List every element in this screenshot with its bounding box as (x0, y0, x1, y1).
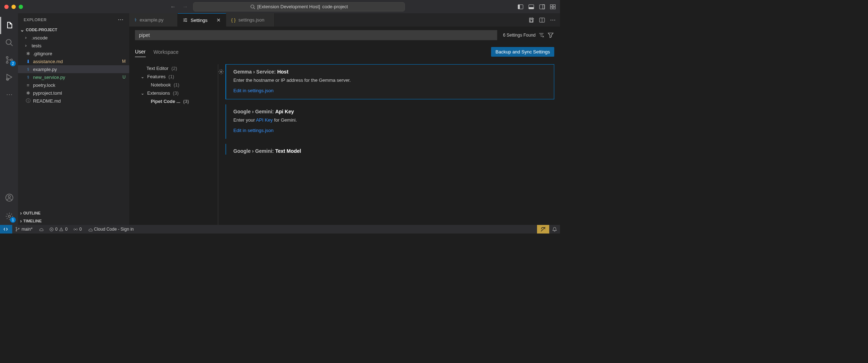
bell-icon (552, 227, 557, 232)
sidebar-bottom-sections: › OUTLINE › TIMELINE (18, 209, 129, 225)
settings-search-input[interactable] (135, 30, 497, 40)
activity-explorer[interactable] (0, 17, 18, 34)
close-icon[interactable]: ✕ (216, 17, 221, 23)
svg-point-19 (8, 195, 10, 198)
sliders-icon (183, 18, 188, 23)
scope-tab-workspace[interactable]: Workspace (154, 47, 179, 57)
setting-title: Gemma › Service: Host (233, 69, 548, 75)
filter-icon[interactable] (548, 32, 554, 38)
explorer-project-header[interactable]: ⌄ CODE-PROJECT (18, 26, 129, 34)
setting-google-gemini-text-model[interactable]: Google › Gemini: Text Model (225, 144, 554, 155)
svg-point-24 (184, 20, 185, 21)
toc-extensions[interactable]: ⌄ Extensions (3) (135, 89, 215, 97)
settings-badge: 1 (10, 217, 16, 223)
customize-layout-icon[interactable] (550, 4, 556, 10)
file-new-service-py[interactable]: ⚕ new_service.py U (18, 73, 129, 81)
status-notifications[interactable] (549, 225, 560, 234)
file-assistance-md[interactable]: ⬇ assistance.md M (18, 57, 129, 65)
svg-rect-6 (540, 5, 545, 9)
timeline-header[interactable]: › TIMELINE (18, 217, 129, 225)
python-icon: ⚕ (134, 17, 137, 23)
toggle-primary-sidebar-icon[interactable] (518, 4, 523, 10)
explorer-tree: ⌄ CODE-PROJECT › .vscode › tests ✱ .giti… (18, 26, 129, 209)
file-gitignore[interactable]: ✱ .gitignore (18, 50, 129, 57)
gear-icon: ✱ (25, 51, 31, 56)
file-status-untracked: U (122, 75, 126, 80)
activity-run-debug[interactable] (1, 69, 18, 86)
tab-settings-json[interactable]: { } settings.json (226, 13, 275, 27)
edit-in-settings-json-link[interactable]: Edit in settings.json (233, 128, 274, 133)
edit-in-settings-json-link[interactable]: Edit in settings.json (233, 88, 274, 93)
setting-google-gemini-api-key[interactable]: Google › Gemini: Api Key Enter your API … (225, 104, 554, 139)
toc-features[interactable]: ⌄ Features (1) (135, 72, 215, 81)
scope-tab-user[interactable]: User (135, 47, 146, 57)
toc-count: (1) (174, 82, 179, 88)
gear-icon: ✱ (25, 90, 31, 96)
status-copilot-disabled[interactable] (537, 225, 549, 234)
toggle-secondary-sidebar-icon[interactable] (539, 4, 545, 10)
window-controls (4, 5, 23, 9)
folder-tests[interactable]: › tests (18, 42, 129, 50)
activity-more[interactable]: ⋯ (1, 86, 18, 103)
nav-back-icon[interactable]: ← (170, 4, 176, 10)
status-ports[interactable]: 0 (70, 227, 85, 232)
tab-label: Settings (191, 18, 207, 23)
file-label: poetry.lock (33, 82, 55, 88)
backup-sync-button[interactable]: Backup and Sync Settings (491, 47, 554, 57)
file-example-py[interactable]: ⚕ example.py (18, 65, 129, 73)
setting-description: Enter your API Key for Gemini. (233, 117, 549, 123)
status-cloud-code[interactable]: Cloud Code - Sign in (85, 227, 137, 232)
sidebar-title: EXPLORER (24, 18, 47, 22)
close-window-button[interactable] (4, 5, 9, 9)
tabbar-actions: ⋯ (528, 13, 560, 27)
tab-example-py[interactable]: ⚕ example.py (129, 13, 178, 27)
toc-text-editor[interactable]: Text Editor (2) (135, 64, 215, 72)
clear-search-icon[interactable] (538, 32, 545, 38)
activity-source-control[interactable]: 2 (1, 51, 18, 69)
file-readme-md[interactable]: ⓘ README.md (18, 97, 129, 105)
activitybar: 2 ⋯ 1 (0, 13, 18, 225)
outline-header[interactable]: › OUTLINE (18, 209, 129, 217)
toc-label: Features (147, 74, 165, 79)
api-key-link[interactable]: API Key (256, 117, 273, 123)
file-poetry-lock[interactable]: ≡ poetry.lock (18, 81, 129, 89)
debug-icon (5, 73, 14, 81)
folder-vscode[interactable]: › .vscode (18, 34, 129, 42)
ports-count: 0 (79, 227, 82, 232)
tab-settings[interactable]: Settings ✕ (178, 13, 226, 27)
sidebar-more-icon[interactable]: ⋯ (118, 16, 124, 23)
timeline-label: TIMELINE (23, 219, 42, 223)
gear-icon[interactable] (218, 69, 224, 75)
chevron-down-icon: ⌄ (141, 74, 146, 79)
minimize-window-button[interactable] (11, 5, 16, 9)
python-icon: ⚕ (25, 67, 31, 72)
activity-settings[interactable]: 1 (1, 208, 18, 225)
statusbar-right (537, 225, 560, 234)
setting-title: Google › Gemini: Api Key (233, 109, 549, 114)
status-problems[interactable]: 0 0 (46, 227, 70, 232)
setting-gemma-service-host[interactable]: Gemma › Service: Host Enter the hostname… (225, 64, 554, 99)
toc-count: (2) (171, 66, 177, 71)
activity-accounts[interactable] (1, 189, 18, 206)
maximize-window-button[interactable] (19, 5, 23, 9)
toc-notebook[interactable]: Notebook (1) (135, 81, 215, 89)
file-pyproject-toml[interactable]: ✱ pyproject.toml (18, 89, 129, 97)
activity-search[interactable] (1, 34, 18, 51)
command-center[interactable]: [Extension Development Host] code-projec… (193, 2, 405, 11)
ellipsis-icon[interactable]: ⋯ (550, 16, 556, 23)
svg-rect-9 (553, 5, 555, 6)
status-sync[interactable] (36, 227, 46, 232)
toc-label: Text Editor (146, 66, 168, 71)
nav-forward-icon[interactable]: → (182, 4, 188, 10)
sidebar: EXPLORER ⋯ ⌄ CODE-PROJECT › .vscode › te… (18, 13, 129, 225)
status-branch[interactable]: main* (12, 227, 36, 232)
remote-indicator[interactable] (0, 225, 12, 234)
lines-icon: ≡ (25, 82, 31, 88)
main-layout: 2 ⋯ 1 EXPLORER ⋯ ⌄ CODE-PROJECT › (0, 13, 560, 225)
svg-rect-8 (550, 5, 552, 6)
settings-list: Gemma › Service: Host Enter the hostname… (218, 64, 554, 225)
split-editor-icon[interactable] (539, 17, 545, 23)
open-settings-json-icon[interactable] (528, 17, 534, 23)
toggle-panel-icon[interactable] (528, 4, 534, 10)
toc-pipet-code[interactable]: Pipet Code ... (3) (135, 97, 215, 105)
